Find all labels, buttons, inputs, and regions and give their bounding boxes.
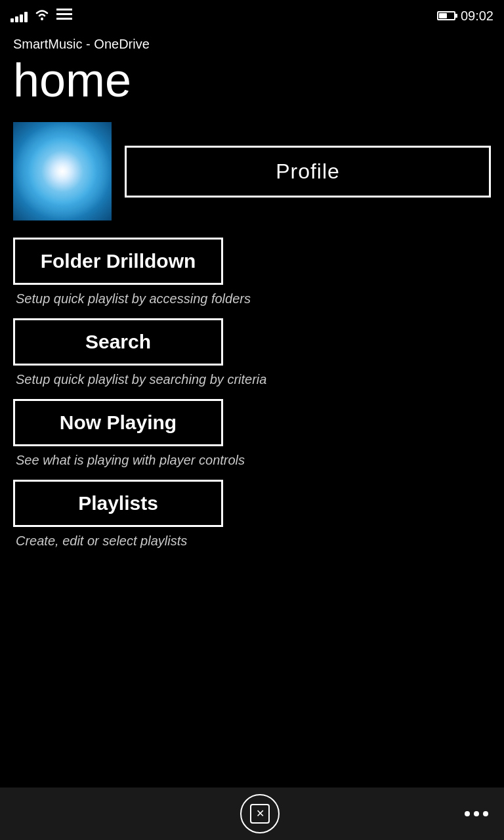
- wifi-icon: [34, 8, 50, 24]
- battery-icon: [437, 11, 455, 20]
- page-title: home: [13, 54, 491, 106]
- home-button-x-icon: ✕: [256, 808, 264, 819]
- now-playing-description: See what is playing with player controls: [13, 449, 491, 480]
- more-button[interactable]: [465, 811, 488, 816]
- status-bar: 09:02: [0, 0, 504, 32]
- clock: 09:02: [461, 9, 494, 24]
- dot-1: [465, 811, 470, 816]
- bottom-bar: ✕: [0, 788, 504, 840]
- nav-section: Folder Drilldown Setup quick playlist by…: [0, 231, 504, 567]
- search-description: Setup quick playlist by searching by cri…: [13, 368, 491, 399]
- home-button-inner: ✕: [250, 804, 270, 824]
- svg-rect-3: [56, 18, 72, 20]
- search-button[interactable]: Search: [13, 318, 223, 366]
- app-header: SmartMusic - OneDrive home: [0, 32, 504, 109]
- signal-icon: [10, 9, 28, 22]
- album-art: [13, 122, 112, 220]
- folder-drilldown-button[interactable]: Folder Drilldown: [13, 238, 223, 285]
- dot-3: [483, 811, 488, 816]
- now-playing-button[interactable]: Now Playing: [13, 399, 223, 446]
- profile-button[interactable]: Profile: [125, 146, 491, 198]
- dot-2: [474, 811, 479, 816]
- svg-rect-2: [56, 13, 72, 15]
- app-subtitle: SmartMusic - OneDrive: [13, 37, 491, 52]
- profile-section: Profile: [0, 109, 504, 231]
- menu-icon: [56, 9, 72, 24]
- playlists-description: Create, edit or select playlists: [13, 530, 491, 560]
- folder-drilldown-description: Setup quick playlist by accessing folder…: [13, 287, 491, 318]
- svg-point-0: [41, 18, 43, 20]
- status-left: [10, 8, 72, 24]
- playlists-button[interactable]: Playlists: [13, 480, 223, 527]
- status-right: 09:02: [437, 9, 494, 24]
- home-button[interactable]: ✕: [240, 794, 280, 833]
- svg-rect-1: [56, 9, 72, 10]
